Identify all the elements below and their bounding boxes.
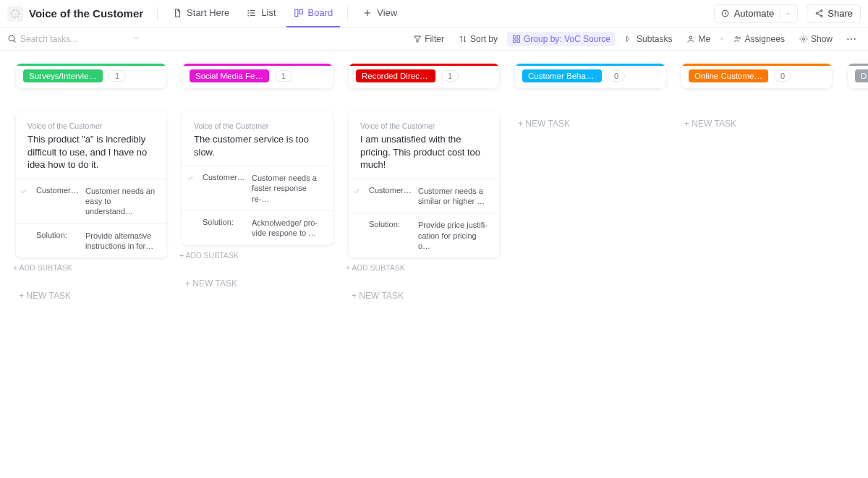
check-icon [16,186,30,195]
new-task-button[interactable]: + NEW TASK [349,283,499,308]
me-button[interactable]: Me [681,32,715,46]
column-count: 1 [441,70,459,82]
svg-rect-21 [517,35,520,38]
svg-line-15 [818,11,821,13]
subtasks-label: Subtasks [637,34,672,44]
card-breadcrumb: Voice of the Customer [27,121,155,130]
column-header[interactable]: Dir [848,64,868,88]
svg-line-16 [818,14,821,16]
subtask-value: Acknolwedge/ pro-vide respone to … [252,218,321,239]
svg-point-29 [851,38,852,40]
subtask-label: Solution: [369,220,412,229]
column-count: 0 [774,70,791,82]
group-label: Group by: VoC Source [524,34,610,44]
group-by-button[interactable]: Group by: VoC Source [507,32,616,46]
check-icon [182,173,197,182]
share-label: Share [827,8,853,19]
tab-board[interactable]: Board [286,0,341,27]
column-name: Recorded Direct… [356,69,435,82]
column-name: Social Media Fe… [190,69,269,82]
filter-button[interactable]: Filter [408,32,449,46]
plus-icon [362,8,373,18]
toolbar: Filter Sort by Group by: VoC Source Subt… [0,27,868,51]
task-card[interactable]: Voice of the CustomerI am unsatisfied wi… [349,111,499,257]
subtask-row[interactable]: Solution:Provide price justifi-cation fo… [349,213,499,257]
add-subtask-button[interactable]: + ADD SUBTASK [13,257,166,279]
svg-rect-22 [513,40,516,43]
assignees-button[interactable]: Assignees [728,32,790,46]
board-column: Customer Behav…0+ NEW TASK [515,64,665,136]
board-column: Surveys/Intervie…1Voice of the CustomerT… [16,64,166,308]
svg-point-5 [248,12,249,13]
share-button[interactable]: Share [807,4,861,23]
new-task-button[interactable]: + NEW TASK [16,283,166,308]
board-column: Social Media Fe…1Voice of the CustomerTh… [182,64,333,296]
board-icon [294,8,304,18]
automate-icon [720,9,730,18]
filter-label: Filter [425,34,444,44]
subtask-row[interactable]: Customer …Customer needs an easy to unde… [16,179,166,223]
column-count: 0 [608,70,625,82]
column-header[interactable]: Online Custome…0 [681,64,832,88]
subtask-label: Customer … [203,173,246,182]
subtask-row[interactable]: Solution:Provide alternative instruction… [16,223,166,258]
sort-label: Sort by [470,34,498,44]
tab-add-view[interactable]: View [355,0,404,27]
svg-point-6 [248,15,249,16]
svg-point-24 [689,36,692,39]
subtasks-icon [625,35,634,43]
search-wrap [7,33,130,44]
subtasks-button[interactable]: Subtasks [620,32,677,46]
card-breadcrumb: Voice of the Customer [360,121,488,130]
column-header[interactable]: Customer Behav…0 [515,64,665,88]
column-header[interactable]: Recorded Direct…1 [349,64,499,88]
doc-icon [172,8,182,18]
svg-rect-23 [517,40,520,43]
subtask-value: Customer needs a similar or higher … [418,186,488,207]
card-title: The customer service is too slow. [194,133,321,158]
search-input[interactable] [20,34,129,44]
svg-point-14 [821,15,822,17]
board-column: Online Custome…0+ NEW TASK [681,64,832,136]
svg-point-28 [847,38,848,40]
board-column: Dir [848,64,868,88]
subtask-label: Customer … [369,186,412,195]
show-button[interactable]: Show [794,32,838,46]
subtask-row[interactable]: Customer …Customer needs a similar or hi… [349,179,499,213]
card-breadcrumb: Voice of the Customer [194,121,321,130]
svg-point-13 [816,12,817,14]
tab-list[interactable]: List [239,0,283,27]
list-icon [247,8,257,18]
assignees-label: Assignees [745,34,785,44]
column-header[interactable]: Social Media Fe…1 [182,64,333,88]
automate-button[interactable]: Automate [714,4,799,23]
task-card[interactable]: Voice of the CustomerThis product "a" is… [16,111,166,257]
user-icon [686,35,695,43]
separator [347,7,348,21]
new-task-button[interactable]: + NEW TASK [515,111,665,136]
column-header[interactable]: Surveys/Intervie…1 [16,64,166,88]
page-icon [7,6,23,22]
separator [157,7,158,21]
tab-start-here[interactable]: Start Here [165,0,237,27]
sort-button[interactable]: Sort by [454,32,503,46]
board-column: Recorded Direct…1Voice of the CustomerI … [349,64,499,308]
more-button[interactable] [842,31,861,47]
chevron-down-icon[interactable] [132,33,140,44]
add-subtask-button[interactable]: + ADD SUBTASK [179,245,333,267]
subtask-row[interactable]: Solution:Acknolwedge/ pro-vide respone t… [182,210,333,245]
svg-point-30 [854,38,856,40]
sort-icon [459,35,467,43]
subtask-value: Provide price justifi-cation for pricing… [418,220,488,251]
svg-point-26 [739,37,740,38]
task-card[interactable]: Voice of the CustomerThe customer servic… [182,111,333,245]
new-task-button[interactable]: + NEW TASK [681,111,832,136]
subtask-row[interactable]: Customer …Customer needs a faster respon… [182,166,333,210]
new-task-button[interactable]: + NEW TASK [182,271,333,296]
add-subtask-button[interactable]: + ADD SUBTASK [346,257,499,279]
tab-label: View [377,7,397,18]
svg-point-0 [12,9,20,17]
tab-label: Start Here [187,7,229,18]
subtask-label: Solution: [36,231,80,239]
board: Surveys/Intervie…1Voice of the CustomerT… [0,51,868,321]
